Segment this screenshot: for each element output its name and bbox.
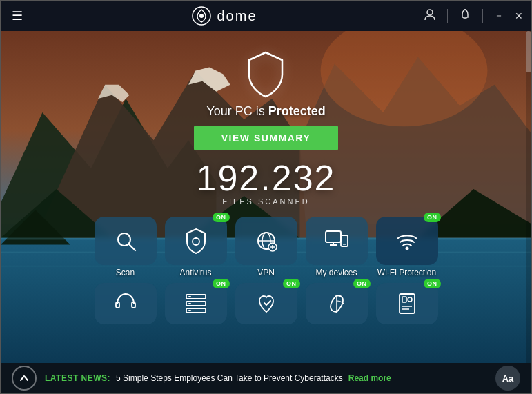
svg-point-34 [405, 247, 408, 250]
privacy-icon [326, 293, 348, 315]
logo-icon [192, 6, 211, 26]
wifi-protection-label: Wi-Fi Protection [377, 268, 436, 277]
feature-support[interactable] [95, 283, 157, 324]
news-text: 5 Simple Steps Employees Can Take to Pre… [116, 373, 343, 383]
user-icon[interactable] [424, 8, 436, 23]
app-name: dome [217, 8, 257, 24]
svg-rect-32 [341, 235, 348, 246]
minimize-button[interactable]: － [494, 10, 504, 22]
feature-backup[interactable]: ON [376, 283, 438, 324]
svg-line-20 [129, 244, 135, 250]
bottom-bar: LATEST NEWS: 5 Simple Steps Employees Ca… [1, 363, 531, 393]
feature-safe-browsing[interactable]: ON [235, 283, 297, 324]
scan-number: 192.232 [197, 160, 336, 196]
font-size-button[interactable]: Aa [495, 366, 520, 391]
wifi-on-badge: ON [424, 213, 441, 222]
scrollbar-track[interactable] [526, 31, 531, 363]
feature-scan[interactable]: Scan [95, 217, 157, 277]
view-summary-button[interactable]: VIEW SUMMARY [194, 126, 338, 150]
feature-privacy[interactable]: ON [306, 283, 368, 324]
wifi-protection-icon [395, 229, 420, 253]
shield-area: Your PC is Protected [206, 50, 325, 119]
svg-rect-43 [400, 294, 415, 313]
latest-news-label: LATEST NEWS: [45, 373, 110, 383]
scan-label-text: Scan [116, 268, 135, 277]
feature-firewall[interactable]: ON [165, 283, 227, 324]
safe-browsing-icon [255, 293, 277, 315]
svg-rect-29 [326, 231, 341, 242]
close-button[interactable]: ✕ [515, 10, 523, 21]
scan-icon-wrap [95, 217, 157, 265]
window-controls: － ✕ [494, 10, 523, 22]
titlebar-center: dome [26, 6, 424, 26]
feature-my-devices[interactable]: My devices [306, 217, 368, 277]
svg-point-45 [408, 297, 412, 302]
safe-browsing-on-badge: ON [283, 279, 300, 288]
antivirus-on-badge: ON [213, 213, 230, 222]
privacy-on-badge: ON [353, 279, 371, 288]
protected-text: Your PC is Protected [206, 104, 325, 119]
wifi-protection-icon-wrap: ON [376, 217, 438, 265]
vpn-icon-wrap [235, 217, 297, 265]
feature-antivirus[interactable]: ON Antivirus [165, 217, 227, 277]
bell-icon[interactable] [459, 8, 471, 23]
feature-row-2: ON ON [83, 283, 449, 324]
hamburger-menu-icon[interactable]: ☰ [9, 6, 26, 26]
divider2 [482, 9, 483, 23]
antivirus-icon-wrap: ON [165, 217, 227, 265]
my-devices-icon-wrap [306, 217, 368, 265]
privacy-icon-wrap: ON [306, 283, 368, 324]
divider [447, 9, 448, 23]
my-devices-label: My devices [315, 268, 357, 277]
firewall-on-badge: ON [213, 279, 230, 288]
antivirus-label: Antivirus [179, 268, 211, 277]
svg-rect-44 [402, 297, 406, 302]
read-more-button[interactable]: Read more [348, 373, 391, 383]
shield-icon [245, 50, 286, 99]
antivirus-icon [184, 228, 208, 254]
files-scanned-area: 192.232 FILES SCANNED [197, 160, 336, 206]
vpn-icon [255, 229, 278, 253]
main-content: Your PC is Protected VIEW SUMMARY 192.23… [1, 31, 531, 363]
backup-icon [397, 293, 417, 315]
my-devices-icon [324, 230, 349, 252]
scan-icon [114, 229, 137, 253]
news-bar: LATEST NEWS: 5 Simple Steps Employees Ca… [37, 373, 495, 383]
titlebar-left: ☰ [9, 6, 26, 26]
titlebar: ☰ dome [1, 1, 531, 31]
svg-point-16 [199, 14, 204, 18]
support-icon [115, 293, 137, 315]
chevron-up-icon [19, 373, 29, 383]
support-icon-wrap [95, 283, 157, 324]
expand-button[interactable] [12, 366, 37, 391]
vpn-label: VPN [257, 268, 275, 277]
firewall-icon-wrap: ON [165, 283, 227, 324]
safe-browsing-icon-wrap: ON [235, 283, 297, 324]
scrollbar-thumb[interactable] [526, 31, 531, 72]
app-window: ☰ dome [0, 0, 532, 394]
titlebar-right: － ✕ [424, 8, 523, 23]
backup-on-badge: ON [424, 279, 441, 288]
backup-icon-wrap: ON [376, 283, 438, 324]
svg-point-17 [427, 10, 433, 15]
scan-label: FILES SCANNED [197, 197, 336, 206]
firewall-icon [185, 293, 207, 314]
feature-row-1: Scan ON Antivirus [83, 217, 449, 277]
svg-point-21 [193, 238, 199, 245]
feature-wifi-protection[interactable]: ON Wi-Fi Protection [376, 217, 438, 277]
feature-vpn[interactable]: VPN [235, 217, 297, 277]
